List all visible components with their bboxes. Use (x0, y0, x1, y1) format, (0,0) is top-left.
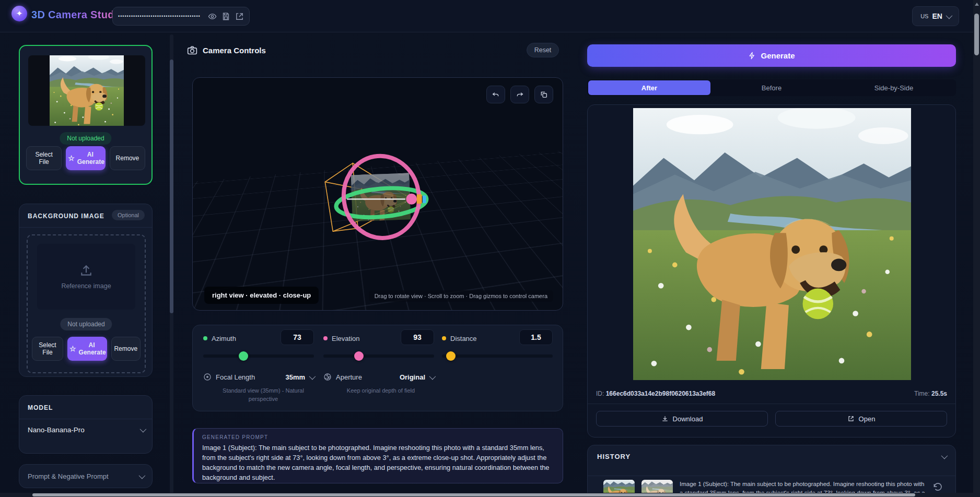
subject-image-card: Not uploaded Select File ☆ AI Generate R… (19, 45, 153, 185)
language-selector[interactable]: US EN (912, 6, 959, 26)
model-card: MODEL Nano-Banana-Pro (19, 395, 153, 454)
model-section-title: MODEL (28, 404, 53, 411)
result-time: Time: 25.5s (914, 390, 947, 397)
background-upload-dropzone[interactable]: Reference image Not uploaded Select File… (27, 234, 146, 373)
chevron-down-icon (309, 373, 316, 380)
camera-parameters-card: Azimuth 73 Elevation 93 Distance 1.5 (192, 325, 563, 411)
distance-slider[interactable] (442, 354, 553, 358)
language-region: US (920, 13, 928, 19)
divider (588, 476, 955, 476)
sidebar-scrollbar[interactable] (170, 34, 173, 494)
app-window: ✦ 3D Camera Studio US EN (0, 0, 980, 497)
result-actions: Download Open (596, 411, 947, 427)
copy-button[interactable] (534, 86, 553, 103)
model-select[interactable]: Nano-Banana-Pro (28, 426, 145, 434)
history-title: HISTORY (597, 453, 631, 460)
result-card: ID: 166ec6d033a14e2b98f0620613a3ef68 Tim… (587, 104, 956, 437)
result-meta-row: ID: 166ec6d033a14e2b98f0620613a3ef68 Tim… (596, 387, 947, 400)
result-image[interactable] (633, 108, 911, 380)
star-icon: ☆ (68, 154, 75, 163)
aperture-icon (323, 373, 332, 381)
top-header: ✦ 3D Camera Studio US EN (0, 0, 980, 32)
open-button[interactable]: Open (775, 411, 947, 427)
generate-button[interactable]: Generate (587, 44, 956, 67)
tab-before[interactable]: Before (710, 80, 833, 95)
camera-lens-gizmo[interactable] (417, 194, 422, 204)
viewport-hint: Drag to rotate view · Scroll to zoom · D… (369, 290, 553, 302)
reset-button[interactable]: Reset (527, 43, 559, 57)
background-section-title: BACKGROUND IMAGE (28, 212, 104, 220)
page-horizontal-scrollbar-thumb[interactable] (32, 493, 915, 496)
aperture-hint: Keep original depth of field (329, 387, 433, 395)
focal-length-icon (203, 373, 212, 381)
undo-button[interactable] (486, 86, 505, 103)
subject-ai-generate-button[interactable]: ☆ AI Generate (66, 146, 106, 170)
optional-badge: Optional (112, 210, 145, 220)
camera-icon (187, 45, 197, 55)
sidebar-scrollbar-thumb[interactable] (170, 60, 173, 313)
divider (19, 419, 152, 419)
divider (19, 227, 152, 228)
distance-value[interactable]: 1.5 (519, 329, 553, 345)
camera-position-gizmo[interactable] (406, 194, 417, 205)
history-header[interactable]: HISTORY (597, 453, 946, 460)
open-external-icon (847, 415, 855, 422)
reference-image-placeholder[interactable]: Reference image (37, 244, 135, 310)
download-button[interactable]: Download (596, 411, 768, 427)
external-link-icon[interactable] (235, 12, 244, 21)
result-view-tabs: After Before Side-by-Side (587, 79, 956, 96)
distance-slider-thumb[interactable] (446, 351, 456, 361)
aperture-select[interactable]: Original (400, 373, 434, 381)
background-select-file-button[interactable]: Select File (32, 337, 63, 361)
focal-length-select[interactable]: 35mm (285, 373, 314, 381)
subject-button-row: Select File ☆ AI Generate Remove (26, 146, 145, 170)
app-title: 3D Camera Studio (31, 9, 124, 21)
camera-gizmo-scene[interactable] (193, 78, 563, 311)
subject-select-file-button[interactable]: Select File (26, 146, 62, 170)
subject-remove-button[interactable]: Remove (110, 146, 145, 170)
lightning-icon (748, 51, 756, 60)
generated-prompt-text: Image 1 (Subject): The main subject to b… (202, 443, 554, 483)
viewport-3d[interactable]: right view · elevated · close-up Drag to… (192, 77, 563, 311)
view-orientation-label: right view · elevated · close-up (204, 287, 319, 304)
undo-icon (492, 90, 500, 99)
chevron-down-icon (139, 472, 146, 479)
eye-icon[interactable] (208, 12, 217, 21)
viewport-toolbar (486, 86, 553, 103)
page-horizontal-scrollbar[interactable] (0, 493, 973, 497)
api-key-input[interactable] (118, 14, 203, 19)
background-button-row: Select File ☆ AI Generate Remove (32, 337, 141, 361)
redo-button[interactable] (510, 86, 529, 103)
page-vertical-scrollbar-thumb[interactable] (974, 14, 979, 55)
camera-sensor-gizmo[interactable] (423, 195, 426, 203)
camera-controls-title: Camera Controls (203, 46, 266, 55)
app-logo-icon: ✦ (11, 6, 27, 21)
upload-icon (79, 264, 93, 277)
star-icon: ☆ (69, 345, 76, 353)
result-id: ID: 166ec6d033a14e2b98f0620613a3ef68 (596, 390, 715, 397)
chevron-down-icon (946, 12, 952, 19)
redo-icon (516, 90, 524, 99)
prompt-negative-toggle[interactable]: Prompt & Negative Prompt (19, 464, 153, 488)
background-status-badge: Not uploaded (60, 318, 112, 330)
tab-after[interactable]: After (588, 80, 710, 95)
page-vertical-scrollbar[interactable] (973, 0, 980, 497)
language-code: EN (932, 12, 942, 20)
chevron-down-icon (140, 426, 147, 433)
history-restore-icon[interactable] (932, 482, 943, 492)
copy-icon (540, 90, 548, 99)
background-remove-button[interactable]: Remove (111, 337, 141, 361)
chevron-down-icon (941, 453, 948, 459)
history-card: HISTORY Image 1 (Subject): The main subj… (587, 445, 956, 497)
subject-image-thumbnail[interactable] (28, 55, 145, 126)
generated-prompt-card: GENERATED PROMPT Image 1 (Subject): The … (192, 428, 563, 483)
download-icon (661, 415, 669, 422)
save-icon[interactable] (221, 12, 230, 21)
focal-length-hint: Standard view (35mm) - Natural perspecti… (219, 387, 308, 404)
subject-status-badge: Not uploaded (60, 132, 111, 145)
camera-controls-header: Camera Controls (187, 45, 266, 55)
distance-dot-icon (442, 336, 446, 340)
background-ai-generate-button[interactable]: ☆ AI Generate (67, 337, 107, 361)
scroll-up-arrow-icon[interactable] (975, 3, 979, 6)
tab-side-by-side[interactable]: Side-by-Side (833, 80, 955, 95)
